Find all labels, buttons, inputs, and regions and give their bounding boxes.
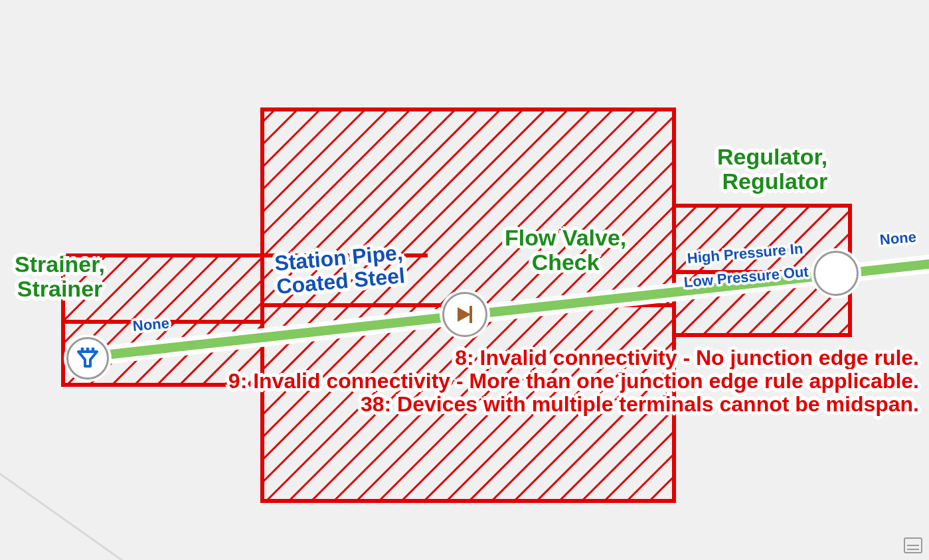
regulator-node[interactable] <box>813 251 859 296</box>
svg-point-3 <box>92 348 95 351</box>
panel-toggle-button[interactable] <box>904 537 922 553</box>
strainer-icon <box>76 346 100 370</box>
error-area-left-top <box>63 255 262 322</box>
strainer-node[interactable] <box>66 337 109 380</box>
flow-valve-check-icon <box>454 303 476 326</box>
svg-point-2 <box>86 348 90 351</box>
svg-point-1 <box>81 348 84 351</box>
map-canvas[interactable]: Strainer, Strainer Station Pipe, Coated … <box>0 0 929 560</box>
background-road <box>0 464 146 560</box>
map-svg-layer <box>0 0 929 560</box>
flow-valve-node[interactable] <box>442 292 487 337</box>
